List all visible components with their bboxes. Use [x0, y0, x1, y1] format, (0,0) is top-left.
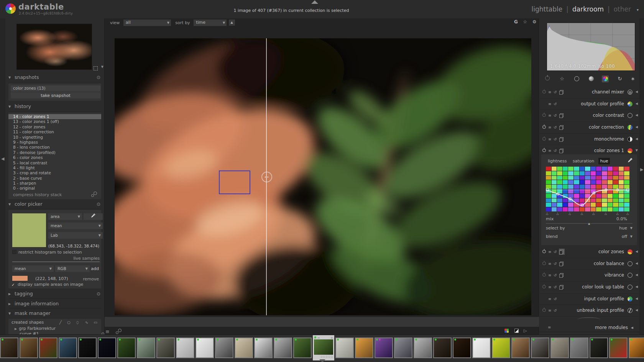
top-panel-collapse-icon[interactable] [311, 0, 318, 4]
module-monochrome[interactable]: ≡↺monochrome◀ [539, 134, 639, 146]
reset-icon[interactable]: ↺ [554, 149, 557, 153]
module-unbreak-input-profile[interactable]: ≡↺unbreak input profile◀ [539, 305, 639, 317]
power-icon[interactable] [542, 250, 546, 253]
module-caret-icon[interactable]: ◀ [636, 137, 638, 141]
sort-ascending-button[interactable]: ▲ [229, 20, 235, 26]
tab-hue[interactable]: hue [598, 158, 610, 164]
take-snapshot-button[interactable]: take snapshot [11, 92, 100, 98]
history-item[interactable]: 13 - color zones 1 (off) [8, 119, 101, 124]
module-caret-icon[interactable]: ◀ [636, 262, 638, 265]
instances-icon[interactable]: ≡ [548, 297, 551, 301]
history-item[interactable]: 14 - color zones 1 [8, 114, 101, 119]
instances-icon[interactable]: ≡ [548, 262, 551, 266]
presets-icon[interactable]: ⊙ [97, 75, 100, 80]
history-item[interactable]: 8 - lens correction [8, 145, 101, 150]
color-sample-area[interactable] [219, 170, 250, 194]
filmstrip-thumbnail-boar[interactable] [0, 337, 18, 358]
power-icon[interactable] [542, 285, 546, 288]
draw-brush-icon[interactable]: ∿ [85, 320, 88, 324]
presets-icon[interactable] [560, 285, 564, 289]
filmstrip-thumbnail-faucet[interactable] [137, 337, 155, 358]
history-item[interactable]: 6 - color zones [8, 155, 101, 160]
reset-icon[interactable]: ↺ [554, 250, 557, 254]
instances-icon[interactable]: ≡ [548, 113, 551, 118]
presets-icon[interactable] [560, 250, 564, 254]
reset-icon[interactable]: ↺ [554, 308, 557, 313]
zone-marker-icon[interactable]: △ [626, 212, 629, 215]
presets-icon[interactable]: ⊙ [331, 336, 333, 339]
snapshots-header[interactable]: ▼snapshots ⊙ [8, 74, 101, 82]
rating-stars[interactable]: ☆☆☆☆☆ [314, 355, 333, 359]
module-color-look-up-table[interactable]: ≡↺color look up table◀ [539, 282, 639, 293]
draw-ellipse-icon[interactable]: ○ [77, 320, 79, 324]
instances-icon[interactable]: ≡ [548, 102, 551, 106]
navigation-preview[interactable] [16, 24, 92, 70]
add-sample-button[interactable]: add [91, 266, 99, 271]
power-icon[interactable] [542, 125, 546, 129]
zone-marker-icon[interactable]: △ [616, 212, 618, 215]
draw-circle-icon[interactable]: ○ [67, 320, 71, 324]
instances-icon[interactable]: ≡ [548, 273, 551, 277]
power-icon[interactable] [542, 308, 546, 312]
filmstrip-thumbnail-fern[interactable] [293, 337, 312, 358]
history-item[interactable]: 12 - color zones [8, 124, 101, 129]
presets-icon[interactable] [560, 90, 564, 94]
expand-right-icon[interactable]: ▶ [640, 167, 643, 172]
softproof-icon[interactable] [514, 329, 519, 333]
mix-slider[interactable]: mix 0.0% [546, 216, 632, 221]
module-caret-icon[interactable]: ◀ [636, 285, 638, 288]
filmstrip-thumbnail-dog[interactable] [20, 337, 38, 358]
star-icon[interactable]: ☆ [523, 19, 527, 25]
right-panel-handle[interactable]: ▶ [639, 18, 644, 334]
history-item[interactable]: 3 - crop and rotate [8, 170, 101, 175]
snapshot-split-handle[interactable]: ◂ ▸ [261, 172, 272, 182]
sample-stat-dropdown[interactable]: mean▼ [12, 265, 54, 272]
filmstrip-thumbnail-berries[interactable] [59, 337, 77, 358]
more-modules-row[interactable]: ≡ more modules ◀ [539, 324, 639, 332]
image-canvas[interactable]: ◂ ▸ [115, 38, 531, 315]
zone-marker-icon[interactable]: △ [568, 212, 571, 215]
zone-marker-icon[interactable]: △ [557, 212, 559, 215]
picker-space-dropdown[interactable]: Lab▼ [48, 232, 103, 239]
history-item[interactable]: 1 - sharpen [8, 181, 101, 186]
draw-path-icon[interactable]: ╱ [59, 320, 62, 324]
history-item[interactable]: 4 - fill light [8, 165, 101, 170]
module-color-correction[interactable]: ≡↺color correction◀ [539, 122, 639, 134]
select-by-row[interactable]: select by hue ▼ [546, 226, 632, 231]
filmstrip-thumbnail-stone-arch[interactable] [531, 337, 549, 358]
slider-thumb-icon[interactable]: ▲ [588, 222, 590, 225]
filmstrip-thumbnail-crack[interactable] [196, 337, 214, 358]
filmstrip-thumbnail-stone-in-hand[interactable] [335, 337, 354, 358]
reset-icon[interactable]: ↺ [554, 273, 557, 277]
presets-icon[interactable] [560, 125, 564, 129]
presets-icon[interactable] [560, 137, 564, 141]
filmstrip-thumbnail-dark-tree[interactable] [590, 337, 608, 358]
image-information-header[interactable]: ▶image information [8, 301, 101, 309]
filmstrip-thumbnail-candle-lights[interactable] [453, 337, 471, 358]
history-item[interactable]: 5 - local contrast [8, 161, 101, 165]
zone-marker-icon[interactable]: △ [605, 212, 607, 215]
module-color-zones[interactable]: ≡↺color zones◀ [539, 246, 639, 258]
hamburger-icon[interactable]: ≡ [548, 325, 551, 329]
filmstrip-thumbnail-stone-relief[interactable] [550, 337, 569, 358]
instances-icon[interactable]: ≡ [548, 137, 551, 141]
filmstrip-thumbnail-pendulum[interactable] [274, 337, 292, 358]
group-effects-icon[interactable]: ∗ [629, 75, 636, 82]
presets-icon[interactable] [560, 273, 564, 277]
group-color-icon[interactable] [602, 75, 609, 82]
group-correction-icon[interactable]: ↻ [616, 75, 623, 82]
filmstrip-thumbnail-street-bw[interactable] [215, 337, 233, 358]
history-item[interactable]: 7 - denoise (profiled) [8, 150, 101, 155]
module-caret-icon[interactable]: ◀ [636, 90, 638, 93]
power-icon[interactable] [542, 149, 546, 152]
reset-icon[interactable]: ↺ [554, 297, 557, 301]
group-favorites-icon[interactable]: ☆ [559, 75, 565, 82]
preview-expand-icon[interactable] [94, 66, 98, 70]
compress-history-icon[interactable] [91, 192, 97, 197]
module-caret-icon[interactable]: ◀ [636, 273, 638, 277]
filmstrip-thumbnail-dark-arch[interactable] [433, 337, 452, 358]
group-active-icon[interactable] [544, 75, 551, 82]
power-icon[interactable] [542, 90, 546, 93]
power-icon[interactable] [542, 137, 546, 141]
filmstrip-thumbnail-gray-green[interactable] [156, 337, 175, 358]
